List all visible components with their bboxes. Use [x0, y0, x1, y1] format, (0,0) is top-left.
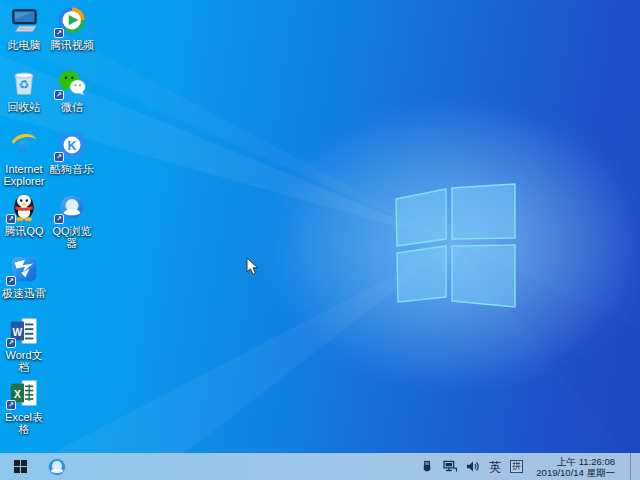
- desktop-icon-word-doc[interactable]: W Word文档: [0, 316, 48, 373]
- network-icon[interactable]: [443, 460, 457, 474]
- desktop-icon-excel-sheet[interactable]: X Excel表格: [0, 378, 48, 435]
- desktop-icon-internet-explorer[interactable]: e Internet Explorer: [0, 130, 48, 187]
- taskbar-item-qq-browser[interactable]: [40, 453, 74, 480]
- icon-label: 酷狗音乐: [50, 163, 94, 175]
- desktop-icon-tencent-video[interactable]: 腾讯视频: [48, 6, 96, 51]
- kugou-music-icon: K: [57, 130, 87, 160]
- shortcut-arrow-icon: [54, 152, 64, 162]
- icon-label: 此电脑: [8, 39, 41, 51]
- qq-browser-icon: [57, 192, 87, 222]
- excel-sheet-icon: X: [9, 378, 39, 408]
- wallpaper-art: [0, 0, 640, 480]
- desktop-icon-kugou-music[interactable]: K 酷狗音乐: [48, 130, 96, 175]
- recycle-bin-icon: ♻: [9, 68, 39, 98]
- icon-label: QQ浏览器: [48, 225, 96, 249]
- shortcut-arrow-icon: [6, 400, 16, 410]
- wechat-icon: [57, 68, 87, 98]
- icon-label: 腾讯QQ: [4, 225, 43, 237]
- icon-label: 极速迅雷: [2, 287, 46, 299]
- desktop-icon-this-pc[interactable]: 此电脑: [0, 6, 48, 51]
- qq-browser-icon: [47, 457, 67, 477]
- svg-text:K: K: [68, 139, 77, 153]
- icon-label: Internet Explorer: [0, 163, 48, 187]
- icon-label: 回收站: [8, 101, 41, 113]
- icon-label: 腾讯视频: [50, 39, 94, 51]
- windows-start-icon: [14, 460, 27, 473]
- xunlei-speed-icon: [9, 254, 39, 284]
- show-desktop-button[interactable]: [630, 453, 636, 480]
- tencent-qq-icon: [9, 192, 39, 222]
- system-tray: 英 拼 上午 11:26:08 2019/10/14 星期一: [420, 453, 640, 480]
- desktop-icon-qq-browser[interactable]: QQ浏览器: [48, 192, 96, 249]
- windows-10-light-blue-wallpaper: [0, 0, 640, 480]
- shortcut-arrow-icon: [54, 214, 64, 224]
- shortcut-arrow-icon: [54, 28, 64, 38]
- internet-explorer-icon: e: [9, 130, 39, 160]
- svg-text:X: X: [14, 389, 21, 400]
- desktop-icon-recycle-bin[interactable]: ♻ 回收站: [0, 68, 48, 113]
- icon-label: 微信: [61, 101, 83, 113]
- usb-icon[interactable]: [420, 460, 434, 474]
- icon-label: Excel表格: [0, 411, 48, 435]
- tray-clock[interactable]: 上午 11:26:08 2019/10/14 星期一: [532, 456, 621, 478]
- desktop-icon-xunlei-speed[interactable]: 极速迅雷: [0, 254, 48, 299]
- ime-pinyin-badge[interactable]: 拼: [510, 460, 523, 473]
- svg-text:♻: ♻: [19, 78, 30, 92]
- shortcut-arrow-icon: [54, 90, 64, 100]
- volume-icon[interactable]: [466, 460, 480, 474]
- icon-label: Word文档: [0, 349, 48, 373]
- tencent-video-icon: [57, 6, 87, 36]
- shortcut-arrow-icon: [6, 276, 16, 286]
- logo-glow: [256, 95, 640, 395]
- this-pc-icon: [9, 6, 39, 36]
- shortcut-arrow-icon: [6, 338, 16, 348]
- taskbar: 英 拼 上午 11:26:08 2019/10/14 星期一: [0, 453, 640, 480]
- svg-text:W: W: [13, 327, 23, 338]
- tray-time: 上午 11:26:08: [536, 456, 615, 467]
- ime-language-indicator[interactable]: 英: [489, 460, 501, 474]
- word-doc-icon: W: [9, 316, 39, 346]
- tray-date: 2019/10/14 星期一: [536, 467, 615, 478]
- desktop-icon-wechat[interactable]: 微信: [48, 68, 96, 113]
- shortcut-arrow-icon: [6, 214, 16, 224]
- start-button[interactable]: [0, 453, 40, 480]
- desktop-icon-tencent-qq[interactable]: 腾讯QQ: [0, 192, 48, 237]
